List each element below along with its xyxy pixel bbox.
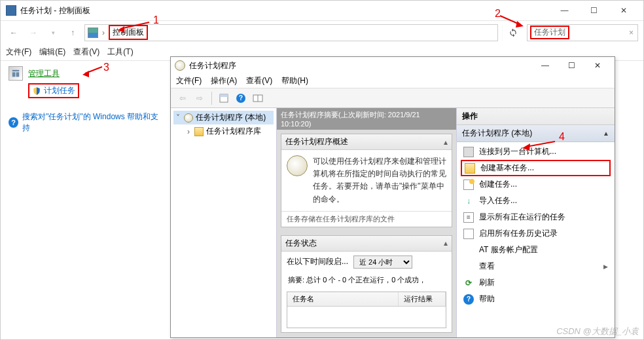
blank-icon xyxy=(463,261,474,272)
tree-library[interactable]: › 任务计划程序库 xyxy=(173,124,274,138)
action-help[interactable]: ? 帮助 xyxy=(457,291,615,307)
cp-left-pane: 管理工具 计划任务 ? 搜索对"任务计划"的 Windows 帮助和支持 xyxy=(1,61,167,339)
action-import[interactable]: 导入任务... xyxy=(457,193,615,209)
toolbar-separator xyxy=(211,92,212,105)
action-view[interactable]: 查看 ▶ xyxy=(457,258,615,274)
expand-icon[interactable]: › xyxy=(185,127,192,136)
ts-maximize-button[interactable]: ☐ xyxy=(558,58,584,73)
action-create-basic-label: 创建基本任务... xyxy=(480,162,534,174)
ts-titlebar: 任务计划程序 — ☐ ✕ xyxy=(171,57,615,74)
status-panel: 任务状态 ▴ 在以下时间段启... 近 24 小时 摘要: 总计 0 个 - 0… xyxy=(281,235,452,333)
ts-menubar: 文件(F) 操作(A) 查看(V) 帮助(H) xyxy=(171,74,615,88)
tree-root-label: 任务计划程序 (本地) xyxy=(196,112,266,123)
admin-tools-label: 管理工具 xyxy=(28,68,60,79)
ts-tree-pane: ˅ 任务计划程序 (本地) › 任务计划程序库 xyxy=(171,108,277,337)
action-create[interactable]: 创建任务... xyxy=(457,176,615,193)
watermark: CSDN @大数据_小袁 xyxy=(556,326,639,337)
task-list: 任务名 运行结果 xyxy=(287,292,446,328)
menu-edit[interactable]: 编辑(E) xyxy=(39,47,65,58)
menu-view[interactable]: 查看(V) xyxy=(73,47,99,58)
blank-icon xyxy=(463,245,474,255)
ts-minimize-button[interactable]: — xyxy=(532,58,558,73)
collapse-caret-icon[interactable]: ▴ xyxy=(444,138,448,147)
new-task-icon xyxy=(465,163,475,174)
actions-context: 任务计划程序 (本地) ▲ xyxy=(457,125,615,142)
task-scheduler-icon xyxy=(175,60,185,71)
col-run-result[interactable]: 运行结果 xyxy=(399,292,446,306)
cp-app-icon xyxy=(6,5,16,16)
address-bar[interactable]: › 控制面板 xyxy=(84,24,498,41)
close-button[interactable]: ✕ xyxy=(609,1,638,20)
minimize-button[interactable]: — xyxy=(550,1,579,20)
action-enable-history-label: 启用所有任务历史记录 xyxy=(479,228,558,239)
tb-view-button[interactable] xyxy=(250,90,266,106)
collapse-up-icon[interactable]: ▲ xyxy=(603,130,609,137)
action-connect[interactable]: 连接到另一台计算机... xyxy=(457,143,615,160)
forward-button[interactable]: → xyxy=(26,25,41,41)
overview-cut: 任务存储在任务计划程序库的文件 xyxy=(281,211,452,227)
back-button[interactable]: ← xyxy=(6,25,22,41)
maximize-button[interactable]: ☐ xyxy=(579,1,609,20)
import-icon xyxy=(463,196,474,206)
cp-titlebar: 任务计划 - 控制面板 — ☐ ✕ xyxy=(1,1,643,20)
action-connect-label: 连接到另一台计算机... xyxy=(479,146,556,157)
tb-help-button[interactable]: ? xyxy=(233,90,249,106)
status-period-select[interactable]: 近 24 小时 xyxy=(353,255,412,269)
recent-button[interactable]: ▾ xyxy=(45,25,61,41)
tb-properties-button[interactable] xyxy=(216,90,232,106)
cp-title: 任务计划 - 控制面板 xyxy=(20,5,550,16)
chevron-right-icon: ▶ xyxy=(603,263,608,270)
menu-file[interactable]: 文件(F) xyxy=(6,47,31,58)
breadcrumb-control-panel[interactable]: 控制面板 xyxy=(109,25,148,40)
action-view-label: 查看 xyxy=(479,261,495,272)
search-text: 任务计划 xyxy=(530,26,569,39)
collapse-icon[interactable]: ˅ xyxy=(175,113,181,123)
action-refresh[interactable]: ⟳ 刷新 xyxy=(457,274,615,291)
action-create-label: 创建任务... xyxy=(479,179,517,190)
ts-center-pane: 任务计划程序摘要(上次刷新时间: 2021/9/21 10:10:20) 任务计… xyxy=(277,108,456,337)
history-icon xyxy=(463,229,474,239)
schedule-tasks-label: 计划任务 xyxy=(44,85,75,96)
help-text: 搜索对"任务计划"的 Windows 帮助和支持 xyxy=(22,111,159,134)
ts-actions-pane: 操作 任务计划程序 (本地) ▲ 连接到另一台计算机... 创建基本任务... xyxy=(456,108,615,337)
ts-toolbar: ⇦ ⇨ ? xyxy=(171,88,615,108)
windows-help-link[interactable]: ? 搜索对"任务计划"的 Windows 帮助和支持 xyxy=(9,111,159,134)
action-at-service[interactable]: AT 服务帐户配置 xyxy=(457,242,615,258)
admin-tools-icon xyxy=(9,66,23,81)
chevron-right-icon: › xyxy=(101,28,106,37)
ts-menu-file[interactable]: 文件(F) xyxy=(176,75,202,86)
tree-root[interactable]: ˅ 任务计划程序 (本地) xyxy=(173,111,274,124)
tb-back-button[interactable]: ⇦ xyxy=(175,90,190,106)
new-doc-icon xyxy=(463,179,474,190)
admin-tools-link[interactable]: 管理工具 xyxy=(9,66,159,81)
col-task-name[interactable]: 任务名 xyxy=(287,292,399,306)
scheduler-root-icon xyxy=(184,113,193,123)
status-period-label: 在以下时间段启... xyxy=(287,256,348,267)
search-box[interactable]: 任务计划 × xyxy=(527,24,638,41)
action-show-running[interactable]: 显示所有正在运行的任务 xyxy=(457,209,615,225)
schedule-tasks-link[interactable]: 计划任务 xyxy=(28,83,79,98)
help-icon: ? xyxy=(463,294,474,305)
action-at-service-label: AT 服务帐户配置 xyxy=(479,244,538,255)
up-button[interactable]: ↑ xyxy=(65,25,80,41)
action-create-basic[interactable]: 创建基本任务... xyxy=(462,161,609,175)
action-enable-history[interactable]: 启用所有任务历史记录 xyxy=(457,225,615,242)
ts-menu-action[interactable]: 操作(A) xyxy=(211,75,237,86)
action-show-running-label: 显示所有正在运行的任务 xyxy=(479,212,565,223)
action-help-label: 帮助 xyxy=(479,293,495,305)
tb-forward-button[interactable]: ⇨ xyxy=(192,90,207,106)
help-icon: ? xyxy=(9,117,18,128)
list-icon xyxy=(463,212,474,223)
ts-close-button[interactable]: ✕ xyxy=(584,58,611,73)
menu-tools[interactable]: 工具(T) xyxy=(107,47,133,58)
refresh-icon: ⟳ xyxy=(463,278,474,288)
refresh-button[interactable] xyxy=(502,24,523,41)
center-header: 任务计划程序摘要(上次刷新时间: 2021/9/21 10:10:20) xyxy=(277,108,456,130)
clear-search-icon[interactable]: × xyxy=(629,28,634,37)
ts-menu-view[interactable]: 查看(V) xyxy=(246,75,272,86)
ts-title: 任务计划程序 xyxy=(189,60,532,71)
ts-menu-help[interactable]: 帮助(H) xyxy=(281,75,308,86)
action-import-label: 导入任务... xyxy=(479,195,517,206)
collapse-caret-icon[interactable]: ▴ xyxy=(444,238,448,248)
overview-panel: 任务计划程序概述 ▴ 可以使用任务计划程序来创建和管理计算机将在所指定的时间自动… xyxy=(281,134,452,227)
